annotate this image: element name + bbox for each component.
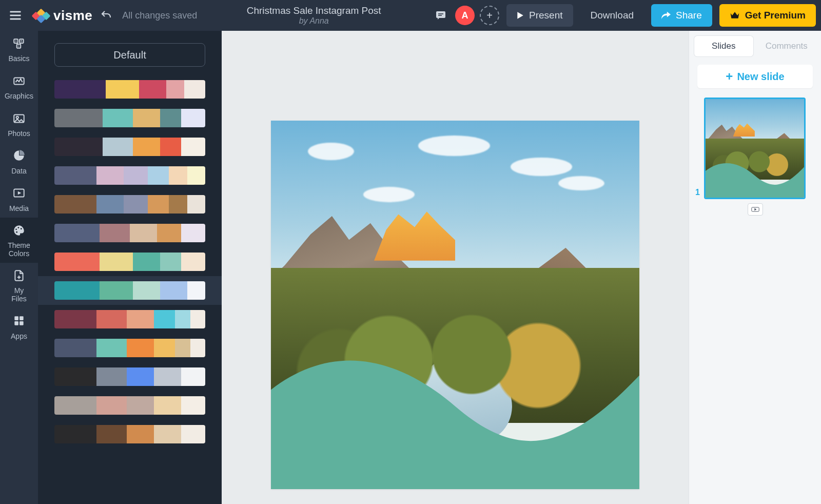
plus-icon: + — [726, 70, 733, 83]
rail-item-files[interactable]: MyFiles — [0, 263, 38, 308]
swatch — [54, 195, 96, 214]
palette-2[interactable] — [54, 138, 205, 156]
swatch — [106, 80, 139, 99]
swatch — [166, 80, 184, 99]
tab-comments[interactable]: Comments — [757, 36, 816, 56]
palette-4[interactable] — [54, 195, 205, 214]
get-premium-button[interactable]: Get Premium — [719, 4, 816, 27]
plus-icon: + — [486, 10, 493, 22]
palette-7[interactable] — [54, 281, 205, 300]
slide-number: 1 — [695, 188, 700, 197]
tab-slides[interactable]: Slides — [694, 36, 753, 56]
share-button[interactable]: Share — [651, 4, 712, 27]
rail-label: ThemeColors — [8, 242, 30, 258]
palette-9[interactable] — [54, 339, 205, 357]
swatch — [187, 281, 205, 300]
swatch — [96, 367, 127, 386]
rail-item-apps[interactable]: Apps — [0, 308, 38, 345]
rail-item-data[interactable]: Data — [0, 143, 38, 180]
swatch — [181, 224, 205, 242]
hamburger-icon — [8, 8, 23, 23]
undo-icon — [100, 9, 112, 22]
basics-icon: ABC — [12, 37, 26, 52]
apps-icon — [12, 314, 26, 329]
comments-toggle[interactable] — [431, 5, 451, 26]
arrow-right-icon — [751, 206, 759, 212]
swatch — [154, 310, 175, 328]
palette-3[interactable] — [54, 166, 205, 185]
swatch — [54, 166, 96, 185]
swatch — [54, 80, 106, 99]
logo-icon — [33, 10, 50, 21]
palette-5[interactable] — [54, 224, 205, 242]
swatch — [139, 80, 166, 99]
palette-10[interactable] — [54, 367, 205, 386]
canvas-area[interactable] — [222, 31, 689, 504]
menu-button[interactable] — [0, 0, 31, 31]
slide-transition-button[interactable] — [748, 203, 763, 216]
rail-label: Apps — [11, 333, 27, 340]
palette-8[interactable] — [54, 310, 205, 328]
undo-button[interactable] — [97, 7, 115, 24]
svg-text:A: A — [15, 40, 17, 43]
swatch — [154, 425, 181, 443]
canvas-wave-shape[interactable] — [271, 305, 639, 489]
swatch — [54, 396, 96, 415]
swatch — [160, 281, 187, 300]
rail-item-basics[interactable]: ABCBasics — [0, 31, 38, 68]
palette-0[interactable] — [54, 80, 205, 99]
save-status: All changes saved — [122, 10, 197, 21]
user-avatar[interactable]: A — [455, 6, 475, 25]
photos-icon — [12, 112, 26, 127]
present-button[interactable]: Present — [506, 4, 573, 27]
swatch — [190, 339, 205, 357]
palette-11[interactable] — [54, 396, 205, 415]
swatch — [160, 109, 181, 127]
add-collaborator-button[interactable]: + — [480, 6, 499, 25]
default-palette-button[interactable]: Default — [54, 43, 205, 67]
rail-item-photos[interactable]: Photos — [0, 106, 38, 143]
media-icon — [12, 186, 26, 201]
swatch — [124, 166, 148, 185]
rail-item-palette[interactable]: ThemeColors — [0, 218, 38, 263]
palette-12[interactable] — [54, 425, 205, 443]
play-icon — [517, 11, 524, 20]
files-icon — [12, 269, 26, 284]
swatch — [54, 339, 96, 357]
palette-1[interactable] — [54, 109, 205, 127]
swatch — [133, 253, 160, 271]
swatch — [127, 396, 154, 415]
download-label: Download — [591, 10, 634, 21]
rail-item-media[interactable]: Media — [0, 180, 38, 218]
share-label: Share — [676, 10, 702, 21]
swatch — [154, 367, 181, 386]
swatch — [169, 166, 187, 185]
swatch — [100, 224, 130, 242]
new-slide-button[interactable]: + New slide — [697, 65, 813, 88]
svg-rect-24 — [14, 321, 18, 325]
slides-panel: Slides Comments + New slide 1 — [689, 31, 821, 504]
rail-label: Photos — [8, 130, 30, 138]
comment-icon — [435, 9, 447, 22]
swatch — [181, 367, 205, 386]
present-label: Present — [529, 10, 562, 21]
right-tabs: Slides Comments — [689, 31, 821, 62]
palette-icon — [12, 224, 26, 239]
data-icon — [12, 149, 26, 164]
swatch — [96, 310, 127, 328]
slide-canvas[interactable] — [271, 121, 639, 489]
swatch — [181, 109, 205, 127]
swatch — [181, 253, 205, 271]
project-title[interactable]: Christmas Sale Instagram Post — [197, 5, 431, 16]
slide-thumbnail-1[interactable] — [704, 98, 806, 199]
rail-item-graphics[interactable]: Graphics — [0, 68, 38, 106]
palette-6[interactable] — [54, 253, 205, 271]
swatch — [181, 138, 205, 156]
new-slide-label: New slide — [737, 71, 784, 83]
swatch — [175, 339, 190, 357]
rail-label: Media — [9, 205, 29, 212]
swatch — [169, 195, 187, 214]
download-button[interactable]: Download — [580, 4, 644, 27]
swatch — [148, 195, 169, 214]
logo[interactable]: visme — [33, 8, 92, 24]
